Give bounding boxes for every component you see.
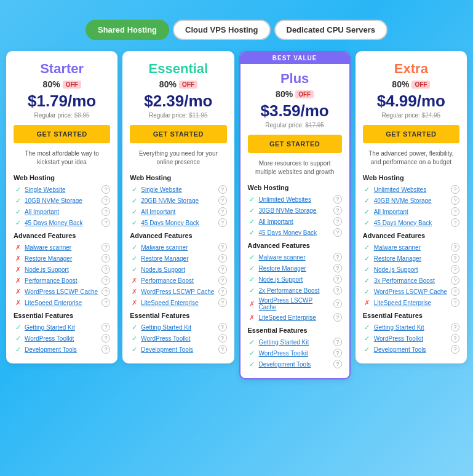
feature-label[interactable]: All Important (141, 208, 215, 215)
feature-label[interactable]: Restore Manager (259, 265, 331, 272)
help-icon[interactable]: ? (333, 313, 342, 322)
feature-label[interactable]: Development Tools (141, 346, 215, 353)
feature-label[interactable]: Malware scanner (259, 254, 331, 261)
feature-label[interactable]: Node.js Support (141, 266, 215, 273)
help-icon[interactable]: ? (218, 345, 227, 354)
feature-label[interactable]: 45 Days Money Back (141, 220, 215, 226)
feature-label[interactable]: Getting Started Kit (25, 324, 99, 331)
help-icon[interactable]: ? (218, 185, 227, 194)
get-started-btn-plus[interactable]: GET STARTED (248, 135, 342, 153)
feature-label[interactable]: WordPress LSCWP Cache (141, 288, 215, 295)
feature-label[interactable]: Development Tools (259, 361, 331, 368)
help-icon[interactable]: ? (218, 254, 227, 263)
help-icon[interactable]: ? (333, 228, 342, 237)
feature-label[interactable]: Getting Started Kit (141, 324, 215, 331)
feature-label[interactable]: LiteSpeed Enterprise (259, 314, 331, 321)
help-icon[interactable]: ? (101, 218, 110, 227)
help-icon[interactable]: ? (101, 287, 110, 296)
feature-label[interactable]: Development Tools (25, 346, 99, 353)
help-icon[interactable]: ? (101, 207, 110, 216)
feature-label[interactable]: Node.js Support (25, 266, 99, 273)
help-icon[interactable]: ? (451, 207, 459, 216)
feature-label[interactable]: WordPress LSCWP Cache (259, 297, 331, 311)
help-icon[interactable]: ? (451, 298, 459, 307)
help-icon[interactable]: ? (101, 254, 110, 263)
feature-label[interactable]: WordPress Toolkit (141, 335, 215, 342)
help-icon[interactable]: ? (451, 334, 459, 343)
help-icon[interactable]: ? (218, 276, 227, 285)
help-icon[interactable]: ? (101, 298, 110, 307)
feature-label[interactable]: LiteSpeed Enterprise (25, 299, 99, 306)
feature-label[interactable]: Restore Manager (25, 255, 99, 262)
feature-label[interactable]: Malware scanner (25, 244, 99, 251)
help-icon[interactable]: ? (101, 323, 110, 331)
feature-label[interactable]: All Important (259, 218, 331, 225)
feature-label[interactable]: WordPress Toolkit (259, 350, 331, 357)
get-started-btn-extra[interactable]: GET STARTED (363, 125, 459, 143)
help-icon[interactable]: ? (451, 276, 459, 285)
help-icon[interactable]: ? (451, 265, 459, 274)
help-icon[interactable]: ? (218, 207, 227, 216)
help-icon[interactable]: ? (218, 243, 227, 252)
help-icon[interactable]: ? (101, 185, 110, 194)
feature-label[interactable]: Node.js Support (259, 276, 331, 283)
feature-label[interactable]: LiteSpeed Enterprise (141, 299, 215, 306)
help-icon[interactable]: ? (101, 196, 110, 205)
help-icon[interactable]: ? (101, 345, 110, 354)
get-started-btn-starter[interactable]: GET STARTED (14, 125, 110, 143)
feature-label[interactable]: WordPress Toolkit (374, 335, 448, 342)
feature-label[interactable]: All Important (25, 208, 99, 215)
help-icon[interactable]: ? (333, 349, 342, 357)
tab-dedicated[interactable]: Dedicated CPU Servers (274, 20, 388, 40)
help-icon[interactable]: ? (333, 217, 342, 226)
feature-label[interactable]: Getting Started Kit (259, 339, 331, 346)
feature-label[interactable]: 3x Performance Boost (374, 277, 448, 284)
feature-label[interactable]: Performance Boost (141, 277, 215, 284)
feature-label[interactable]: 45 Days Money Back (259, 229, 331, 236)
help-icon[interactable]: ? (333, 264, 342, 272)
help-icon[interactable]: ? (451, 254, 459, 263)
help-icon[interactable]: ? (451, 287, 459, 296)
help-icon[interactable]: ? (451, 196, 459, 205)
help-icon[interactable]: ? (451, 323, 459, 331)
feature-label[interactable]: Node.js Support (374, 266, 448, 273)
tab-shared[interactable]: Shared Hosting (85, 20, 169, 40)
help-icon[interactable]: ? (451, 345, 459, 354)
feature-label[interactable]: 45 Days Money Back (25, 220, 99, 226)
feature-label[interactable]: Development Tools (374, 346, 448, 353)
help-icon[interactable]: ? (101, 265, 110, 274)
help-icon[interactable]: ? (218, 334, 227, 343)
feature-label[interactable]: All Important (374, 208, 448, 215)
feature-label[interactable]: 2x Performance Boost (259, 287, 331, 294)
help-icon[interactable]: ? (218, 265, 227, 274)
help-icon[interactable]: ? (451, 185, 459, 194)
help-icon[interactable]: ? (333, 195, 342, 204)
help-icon[interactable]: ? (218, 298, 227, 307)
help-icon[interactable]: ? (218, 323, 227, 331)
help-icon[interactable]: ? (218, 287, 227, 296)
feature-label[interactable]: LiteSpeed Enterprise (374, 299, 448, 306)
feature-label[interactable]: Getting Started Kit (374, 324, 448, 331)
help-icon[interactable]: ? (451, 218, 459, 227)
help-icon[interactable]: ? (333, 299, 342, 308)
feature-label[interactable]: Performance Boost (25, 277, 99, 284)
help-icon[interactable]: ? (218, 196, 227, 205)
feature-label[interactable]: WordPress LSCWP Cache (25, 288, 99, 295)
help-icon[interactable]: ? (101, 276, 110, 285)
help-icon[interactable]: ? (333, 275, 342, 284)
help-icon[interactable]: ? (333, 338, 342, 346)
feature-label[interactable]: Restore Manager (374, 255, 448, 262)
help-icon[interactable]: ? (333, 360, 342, 368)
feature-label[interactable]: Malware scanner (374, 244, 448, 251)
tab-vps[interactable]: Cloud VPS Hosting (173, 20, 270, 40)
get-started-btn-essential[interactable]: GET STARTED (130, 125, 226, 143)
help-icon[interactable]: ? (101, 334, 110, 343)
help-icon[interactable]: ? (451, 243, 459, 252)
help-icon[interactable]: ? (218, 218, 227, 227)
feature-label[interactable]: Malware scanner (141, 244, 215, 251)
feature-label[interactable]: WordPress LSCWP Cache (374, 288, 448, 295)
feature-label[interactable]: WordPress Toolkit (25, 335, 99, 342)
help-icon[interactable]: ? (333, 253, 342, 261)
feature-label[interactable]: 45 Days Money Back (374, 220, 448, 226)
feature-label[interactable]: Restore Manager (141, 255, 215, 262)
